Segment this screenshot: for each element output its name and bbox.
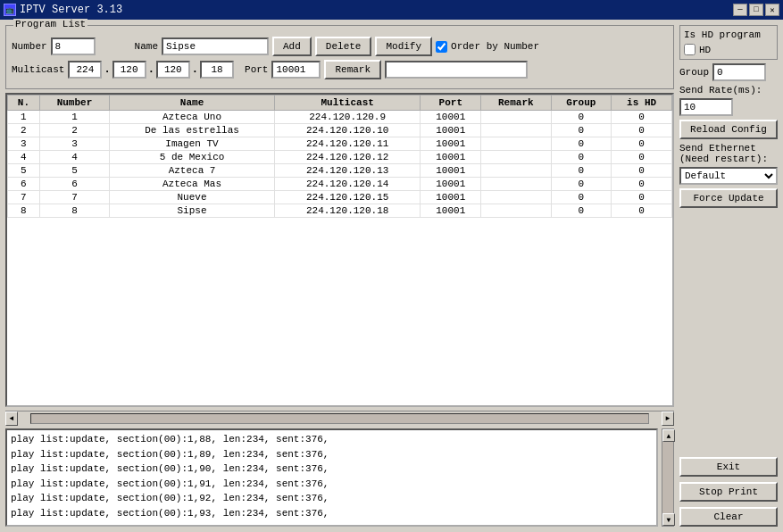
table-cell: Sipse — [110, 204, 275, 218]
table-cell: 2 — [8, 124, 40, 137]
table-cell: 6 — [39, 178, 109, 191]
table-cell: 224.120.120.18 — [274, 204, 421, 218]
clear-button[interactable]: Clear — [679, 507, 778, 527]
ethernet-select[interactable]: Default — [679, 167, 778, 185]
table-row[interactable]: 66Azteca Mas224.120.120.141000100 — [8, 178, 672, 191]
table-cell — [481, 124, 551, 137]
table-cell: 4 — [39, 151, 109, 164]
table-cell: 10001 — [421, 191, 481, 204]
hd-checkbox[interactable] — [684, 44, 696, 55]
number-label: Number — [12, 41, 47, 52]
table-cell: 224.120.120.12 — [274, 151, 421, 164]
table-cell: 10001 — [421, 137, 481, 151]
table-cell: 224.120.120.14 — [274, 178, 421, 191]
program-table: N.NumberNameMulticastPortRemarkGroupis H… — [5, 93, 674, 407]
log-scrollbar[interactable]: ▲ ▼ — [662, 428, 674, 527]
table-cell: Imagen TV — [110, 137, 275, 151]
multicast-part2[interactable] — [112, 61, 146, 79]
table-cell: 1 — [39, 111, 109, 124]
table-cell — [481, 191, 551, 204]
table-cell: 8 — [8, 204, 40, 218]
table-cell: 0 — [612, 178, 672, 191]
maximize-button[interactable]: □ — [749, 4, 763, 16]
number-input[interactable] — [51, 37, 96, 55]
delete-button[interactable]: Delete — [315, 37, 372, 56]
table-row[interactable]: 22De las estrellas224.120.120.101000100 — [8, 124, 672, 137]
order-by-number-label: Order by Number — [451, 41, 539, 52]
table-cell: 224.120.120.11 — [274, 137, 421, 151]
table-cell — [481, 164, 551, 178]
table-cell — [481, 178, 551, 191]
table-cell: 0 — [551, 111, 612, 124]
table-cell: 1 — [8, 111, 40, 124]
table-cell: 8 — [39, 204, 109, 218]
table-cell: 3 — [39, 137, 109, 151]
log-scroll-track — [662, 442, 673, 513]
table-cell: 3 — [8, 137, 40, 151]
scroll-track[interactable] — [30, 413, 649, 424]
table-cell: 6 — [8, 178, 40, 191]
hd-section: Is HD program HD — [679, 25, 778, 60]
table-row[interactable]: 11Azteca Uno224.120.120.91000100 — [8, 111, 672, 124]
group-label: Group — [679, 67, 709, 78]
table-column-header: Remark — [481, 96, 551, 111]
minimize-button[interactable]: ─ — [733, 4, 747, 16]
name-input[interactable] — [162, 37, 269, 55]
log-line: play list:update, section(00):1,88, len:… — [11, 432, 653, 447]
log-box: play list:update, section(00):1,88, len:… — [5, 428, 658, 527]
table-column-header: N. — [8, 96, 40, 111]
horizontal-scrollbar[interactable]: ◄ ► — [5, 411, 674, 425]
title-bar: 📺 IPTV Server 3.13 ─ □ ✕ — [0, 0, 783, 20]
port-input[interactable] — [271, 61, 321, 79]
table-cell: 0 — [612, 124, 672, 137]
stop-print-button[interactable]: Stop Print — [679, 482, 778, 502]
table-row[interactable]: 33Imagen TV224.120.120.111000100 — [8, 137, 672, 151]
group-input[interactable] — [712, 63, 766, 81]
table-cell: 10001 — [421, 124, 481, 137]
order-by-number-checkbox[interactable] — [436, 41, 447, 53]
table-cell: 0 — [551, 178, 612, 191]
program-list-label: Program List — [13, 19, 87, 29]
send-rate-input[interactable] — [679, 98, 733, 116]
table-cell: 0 — [612, 137, 672, 151]
modify-button[interactable]: Modify — [375, 37, 432, 56]
hd-label: HD — [699, 45, 711, 55]
table-cell: 4 — [8, 151, 40, 164]
table-cell: Azteca 7 — [110, 164, 275, 178]
table-cell: 0 — [612, 191, 672, 204]
table-cell — [481, 137, 551, 151]
multicast-part4[interactable] — [200, 61, 234, 79]
log-scroll-up[interactable]: ▲ — [662, 429, 675, 442]
table-column-header: Group — [551, 96, 612, 111]
table-cell: Nueve — [110, 191, 275, 204]
table-row[interactable]: 55Azteca 7224.120.120.131000100 — [8, 164, 672, 178]
table-cell: 2 — [39, 124, 109, 137]
log-line: play list:update, section(00):1,93, len:… — [11, 506, 653, 521]
close-button[interactable]: ✕ — [765, 4, 779, 16]
exit-button[interactable]: Exit — [679, 457, 778, 477]
multicast-part3[interactable] — [156, 61, 190, 79]
scroll-left-arrow[interactable]: ◄ — [5, 411, 18, 426]
scroll-right-arrow[interactable]: ► — [662, 411, 674, 426]
remark-button[interactable]: Remark — [324, 60, 381, 79]
multicast-part1[interactable] — [68, 61, 102, 79]
send-ethernet-label: Send Ethernet — [679, 143, 778, 154]
table-cell: 0 — [612, 151, 672, 164]
send-rate-section: Send Rate(ms): — [679, 85, 778, 116]
reload-config-button[interactable]: Reload Config — [679, 120, 778, 139]
add-button[interactable]: Add — [272, 37, 312, 56]
table-row[interactable]: 88Sipse224.120.120.181000100 — [8, 204, 672, 218]
table-cell: 5 — [8, 164, 40, 178]
table-row[interactable]: 77Nueve224.120.120.151000100 — [8, 191, 672, 204]
app-title: IPTV Server 3.13 — [20, 4, 122, 16]
force-update-button[interactable]: Force Update — [679, 188, 778, 208]
table-cell: 0 — [612, 204, 672, 218]
table-cell: 0 — [551, 151, 612, 164]
table-cell: 7 — [39, 191, 109, 204]
send-ethernet-section: Send Ethernet (Need restart): Default — [679, 143, 778, 185]
table-row[interactable]: 445 de Mexico224.120.120.121000100 — [8, 151, 672, 164]
log-scroll-down[interactable]: ▼ — [662, 513, 675, 526]
remark-input[interactable] — [385, 61, 528, 79]
table-cell: 5 de Mexico — [110, 151, 275, 164]
table-cell — [481, 111, 551, 124]
